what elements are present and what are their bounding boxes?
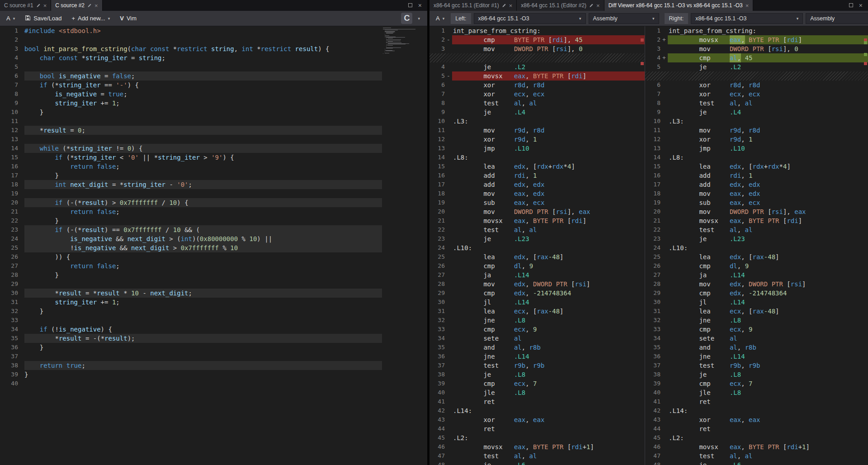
asm-line[interactable]: 41 ret — [645, 397, 868, 406]
asm-line[interactable]: 21 movsx eax, BYTE PTR [rdi] — [429, 216, 645, 225]
asm-line[interactable]: 34 sete al — [645, 334, 868, 343]
source-line[interactable]: 34 if (!is_negative) { — [0, 325, 427, 334]
source-line[interactable]: 4 char const *string_iter = string; — [0, 53, 427, 62]
source-line[interactable]: 27 return false; — [0, 261, 427, 270]
source-line[interactable]: 17 } — [0, 171, 427, 180]
source-line[interactable]: 28 } — [0, 270, 427, 280]
tab-c-source-2[interactable]: C source #2× — [51, 0, 102, 11]
close-tab-icon[interactable]: × — [745, 3, 749, 9]
asm-line[interactable]: 36 jne .L14 — [429, 352, 645, 361]
asm-line[interactable]: 43 xor eax, eax — [645, 415, 868, 424]
asm-line[interactable]: 17 add edx, edx — [645, 180, 868, 189]
source-line[interactable]: 11 — [0, 117, 427, 126]
close-tab-icon[interactable]: × — [596, 3, 600, 9]
diff-right-pane[interactable]: 1int_parse_from_cstring:2+ movsx eax, BY… — [645, 26, 868, 465]
asm-line[interactable]: 1int_parse_from_cstring: — [645, 26, 868, 35]
asm-line[interactable]: 10.L3: — [429, 117, 645, 126]
asm-line[interactable]: 9 je .L4 — [645, 108, 868, 117]
asm-line[interactable]: 8 test al, al — [429, 99, 645, 108]
asm-line[interactable]: 11 mov r9d, r8d — [429, 126, 645, 135]
source-line[interactable]: 25 !is_negative && next_digit > 0x7fffff… — [0, 243, 427, 252]
source-line[interactable]: 10 } — [0, 108, 427, 117]
left-view-select[interactable]: Assembly ▾ — [589, 13, 659, 24]
asm-line[interactable]: 6 xor r8d, r8d — [645, 81, 868, 90]
asm-line[interactable]: 15 lea edx, [rdx+rdx*4] — [429, 162, 645, 171]
rename-icon[interactable] — [87, 3, 92, 8]
asm-line[interactable]: 46 movsx eax, BYTE PTR [rdi+1] — [645, 442, 868, 451]
asm-line[interactable]: 40 jle .L8 — [429, 388, 645, 397]
asm-line[interactable]: 32 jne .L8 — [645, 316, 868, 325]
asm-line[interactable]: 18 mov eax, edx — [645, 189, 868, 198]
asm-line[interactable]: 20 mov DWORD PTR [rsi], eax — [645, 207, 868, 216]
asm-line[interactable]: 19 sub eax, ecx — [429, 198, 645, 207]
minimap[interactable] — [383, 28, 422, 55]
asm-line[interactable]: 18 mov eax, edx — [429, 189, 645, 198]
source-line[interactable]: 14 while (*string_iter != 0) { — [0, 144, 427, 153]
asm-line[interactable]: 38 je .L8 — [429, 370, 645, 379]
asm-line[interactable]: 3 mov DWORD PTR [rsi], 0 — [645, 44, 868, 53]
asm-line[interactable]: 35 and al, r8b — [429, 343, 645, 352]
asm-line[interactable]: 37 test r9b, r9b — [429, 361, 645, 370]
tab-c-source-1[interactable]: C source #1× — [0, 0, 51, 11]
tab-diff-viewer-x86-64-gcc-15-1-o3-vs-x86-64-gcc-15-1-o3[interactable]: Diff Viewer x86-64 gcc 15.1 -O3 vs x86-6… — [604, 0, 754, 11]
asm-line[interactable]: 44 ret — [429, 424, 645, 433]
source-line[interactable]: 35 *result = -(*result); — [0, 334, 427, 343]
source-line[interactable]: 23 if (-(*result) == 0x7fffffff / 10 && … — [0, 225, 427, 234]
source-line[interactable]: 40 — [0, 379, 427, 388]
asm-line[interactable]: 47 test al, al — [429, 451, 645, 460]
asm-line[interactable]: 11 mov r9d, r8d — [645, 126, 868, 135]
source-line[interactable]: 38 return true; — [0, 361, 427, 370]
rename-icon[interactable] — [502, 3, 506, 8]
asm-line[interactable]: 42.L14: — [645, 406, 868, 415]
source-line[interactable]: 18 int next_digit = *string_iter - '0'; — [0, 180, 427, 189]
source-line[interactable]: 37 — [0, 352, 427, 361]
source-line[interactable]: 39} — [0, 370, 427, 379]
asm-line[interactable]: 38 je .L8 — [645, 370, 868, 379]
asm-line[interactable]: 7 xor ecx, ecx — [645, 90, 868, 99]
close-tab-icon[interactable]: × — [509, 3, 513, 9]
right-view-select[interactable]: Assembly ▾ — [806, 13, 868, 24]
add-new-button[interactable]: + Add new... ▾ — [68, 13, 113, 24]
left-compiler-select[interactable]: x86-64 gcc 15.1 -O3 ▾ — [474, 13, 586, 24]
source-line[interactable]: 6 bool is_negative = false; — [0, 71, 427, 81]
tab-x86-64-gcc-15-1-editor-1[interactable]: x86-64 gcc 15.1 (Editor #1)× — [429, 0, 517, 11]
rename-icon[interactable] — [36, 3, 41, 8]
close-window-icon[interactable]: × — [418, 2, 422, 9]
asm-line[interactable]: 16 add rdi, 1 — [645, 171, 868, 180]
asm-line[interactable]: 25 lea edx, [rax-48] — [429, 252, 645, 261]
asm-line[interactable]: 45.L2: — [429, 433, 645, 442]
asm-line[interactable]: 1int_parse_from_cstring: — [429, 26, 645, 35]
asm-line[interactable]: 5 je .L2 — [645, 62, 868, 71]
source-line[interactable]: 13 — [0, 135, 427, 144]
asm-line[interactable]: 22 test al, al — [645, 225, 868, 234]
source-line[interactable]: 12 *result = 0; — [0, 126, 427, 135]
asm-line[interactable]: 15 lea edx, [rdx+rdx*4] — [645, 162, 868, 171]
asm-line[interactable]: 27 ja .L14 — [429, 270, 645, 280]
asm-line[interactable]: 17 add edx, edx — [429, 180, 645, 189]
source-line[interactable]: 29 — [0, 280, 427, 289]
asm-line[interactable]: 42.L14: — [429, 406, 645, 415]
asm-line[interactable]: 2+ movsx eax, BYTE PTR [rdi] — [645, 35, 868, 44]
asm-line[interactable]: 6 xor r8d, r8d — [429, 81, 645, 90]
asm-line[interactable]: 9 je .L4 — [429, 108, 645, 117]
asm-line[interactable]: 13 jmp .L10 — [429, 144, 645, 153]
asm-line[interactable]: 33 cmp ecx, 9 — [429, 325, 645, 334]
asm-line[interactable]: 8 test al, al — [645, 99, 868, 108]
asm-line[interactable]: 27 ja .L14 — [645, 270, 868, 280]
source-line[interactable]: 3bool int_parse_from_cstring(char const … — [0, 44, 427, 53]
asm-line[interactable]: 25 lea edx, [rax-48] — [645, 252, 868, 261]
asm-line[interactable]: 43 xor eax, eax — [429, 415, 645, 424]
source-line[interactable]: 21 return false; — [0, 207, 427, 216]
maximize-icon[interactable] — [408, 1, 413, 9]
source-line[interactable]: 2 — [0, 35, 427, 44]
asm-line[interactable]: 3 mov DWORD PTR [rsi], 0 — [429, 44, 645, 53]
right-compiler-select[interactable]: x86-64 gcc 15.1 -O3 ▾ — [691, 13, 803, 24]
c-source-editor[interactable]: 1#include <stdbool.h>23bool int_parse_fr… — [0, 26, 427, 465]
diff-left-pane[interactable]: 1int_parse_from_cstring:2- cmp BYTE PTR … — [429, 26, 645, 465]
source-line[interactable]: 31 string_iter += 1; — [0, 298, 427, 307]
source-line[interactable]: 1#include <stdbool.h> — [0, 26, 427, 35]
source-line[interactable]: 16 return false; — [0, 162, 427, 171]
asm-line[interactable]: 40 jle .L8 — [645, 388, 868, 397]
asm-line[interactable]: 31 lea ecx, [rax-48] — [645, 307, 868, 316]
asm-line[interactable]: 32 jne .L8 — [429, 316, 645, 325]
